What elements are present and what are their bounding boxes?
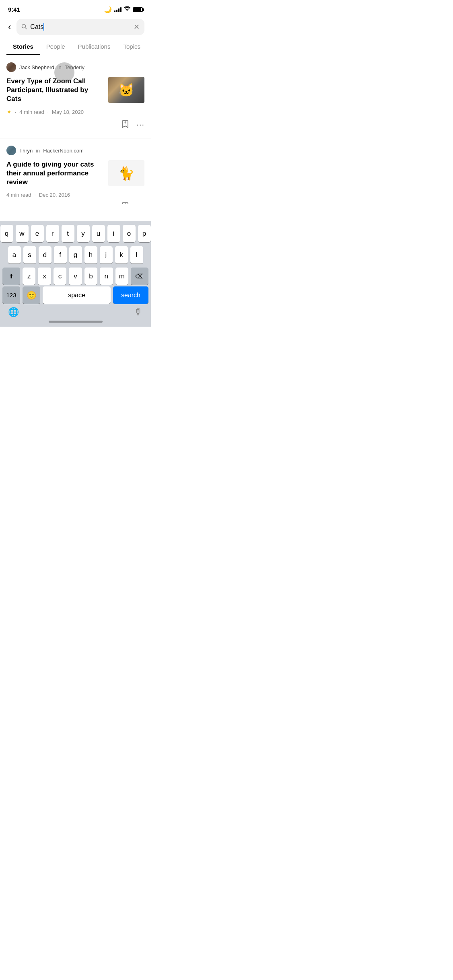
signal-bar-3 bbox=[118, 8, 119, 12]
tab-stories[interactable]: Stories bbox=[6, 38, 40, 55]
clear-button[interactable]: ✕ bbox=[134, 23, 140, 31]
article-date: Dec 20, 2016 bbox=[39, 192, 70, 198]
more-button[interactable]: ··· bbox=[136, 120, 144, 131]
signal-bar-1 bbox=[114, 10, 115, 12]
read-time: 4 min read bbox=[19, 109, 44, 115]
keyboard-row-1: q w e r t y u i o p bbox=[2, 225, 148, 242]
article-thumbnail bbox=[108, 160, 144, 186]
article-title: A guide to giving your cats their annual… bbox=[6, 160, 103, 187]
keyboard-rows: q w e r t y u i o p a s d f g h j k l ⬆ … bbox=[0, 221, 151, 286]
avatar bbox=[6, 62, 16, 72]
key-h[interactable]: h bbox=[84, 246, 97, 264]
keyboard-bottom-row: 123 🙂 space search bbox=[0, 286, 151, 305]
author-row: Thryn in HackerNoon.com bbox=[6, 146, 144, 155]
article-text: A guide to giving your cats their annual… bbox=[6, 160, 103, 198]
numbers-button[interactable]: 123 bbox=[2, 286, 20, 304]
shift-button[interactable]: ⬆ bbox=[2, 268, 20, 285]
article-meta-row: 4 min read · Dec 20, 2016 bbox=[6, 192, 103, 198]
key-z[interactable]: z bbox=[23, 268, 35, 285]
star-icon: ✦ bbox=[6, 108, 12, 116]
tab-publications[interactable]: Publications bbox=[72, 38, 117, 55]
key-m[interactable]: m bbox=[115, 268, 128, 285]
key-p[interactable]: p bbox=[138, 225, 151, 242]
status-bar: 9:41 🌙 bbox=[0, 0, 151, 16]
key-v[interactable]: v bbox=[69, 268, 82, 285]
key-a[interactable]: a bbox=[8, 246, 21, 264]
status-time: 9:41 bbox=[8, 6, 20, 13]
key-k[interactable]: k bbox=[115, 246, 128, 264]
in-text: in bbox=[36, 148, 40, 154]
delete-button[interactable]: ⌫ bbox=[131, 268, 148, 285]
meta-dot: · bbox=[15, 109, 16, 115]
back-button[interactable]: ‹ bbox=[6, 20, 12, 34]
tabs-row: Stories People Publications Topics Lists bbox=[0, 38, 151, 55]
key-i[interactable]: i bbox=[107, 225, 120, 242]
article-content-row: A guide to giving your cats their annual… bbox=[6, 160, 144, 198]
meta-dot-2: · bbox=[47, 109, 49, 115]
key-g[interactable]: g bbox=[69, 246, 82, 264]
emoji-button[interactable]: 🙂 bbox=[23, 286, 40, 304]
globe-button[interactable]: 🌐 bbox=[8, 307, 19, 317]
keyboard-row-3: ⬆ z x c v b n m ⌫ bbox=[2, 268, 148, 285]
home-indicator bbox=[49, 321, 103, 323]
key-c[interactable]: c bbox=[54, 268, 66, 285]
articles-list: Jack Shepherd in Tenderly Every Type of … bbox=[0, 55, 151, 204]
meta-dot: · bbox=[34, 192, 35, 198]
key-f[interactable]: f bbox=[54, 246, 67, 264]
article-title: Every Type of Zoom Call Participant, Ill… bbox=[6, 77, 103, 103]
article-item[interactable]: Thryn in HackerNoon.com A guide to givin… bbox=[0, 138, 151, 204]
signal-bars bbox=[114, 7, 121, 12]
article-item[interactable]: Jack Shepherd in Tenderly Every Type of … bbox=[0, 55, 151, 138]
tab-people[interactable]: People bbox=[40, 38, 72, 55]
author-name: Thryn bbox=[19, 148, 33, 154]
search-button[interactable]: search bbox=[113, 286, 148, 304]
key-l[interactable]: l bbox=[130, 246, 143, 264]
search-icon bbox=[21, 24, 27, 31]
publication-name: HackerNoon.com bbox=[43, 148, 83, 154]
key-q[interactable]: q bbox=[0, 225, 13, 242]
key-x[interactable]: x bbox=[38, 268, 51, 285]
signal-bar-4 bbox=[120, 7, 121, 12]
key-j[interactable]: j bbox=[100, 246, 113, 264]
mic-button[interactable]: 🎙 bbox=[134, 307, 143, 317]
bookmark-button[interactable] bbox=[121, 202, 129, 204]
author-name: Jack Shepherd bbox=[19, 64, 54, 70]
article-text: Every Type of Zoom Call Participant, Ill… bbox=[6, 77, 103, 116]
key-n[interactable]: n bbox=[100, 268, 113, 285]
search-input[interactable]: Cats bbox=[30, 23, 130, 31]
key-y[interactable]: y bbox=[77, 225, 90, 242]
bookmark-button[interactable] bbox=[121, 120, 129, 131]
keyboard: q w e r t y u i o p a s d f g h j k l ⬆ … bbox=[0, 221, 151, 327]
in-text: in bbox=[58, 64, 62, 70]
key-d[interactable]: d bbox=[39, 246, 51, 264]
signal-bar-2 bbox=[116, 10, 117, 12]
search-bar: ‹ Cats ✕ bbox=[0, 16, 151, 38]
key-t[interactable]: t bbox=[62, 225, 74, 242]
moon-icon: 🌙 bbox=[104, 6, 112, 13]
battery-icon bbox=[133, 7, 143, 12]
tab-lists[interactable]: Lists bbox=[147, 38, 151, 55]
key-b[interactable]: b bbox=[84, 268, 97, 285]
key-u[interactable]: u bbox=[92, 225, 105, 242]
article-date: May 18, 2020 bbox=[52, 109, 84, 115]
home-indicator-bar bbox=[0, 317, 151, 327]
author-row: Jack Shepherd in Tenderly bbox=[6, 62, 144, 72]
key-o[interactable]: o bbox=[123, 225, 136, 242]
article-content-row: Every Type of Zoom Call Participant, Ill… bbox=[6, 77, 144, 116]
key-s[interactable]: s bbox=[23, 246, 36, 264]
tab-topics[interactable]: Topics bbox=[117, 38, 147, 55]
svg-line-1 bbox=[25, 27, 27, 29]
article-meta-row: ✦ · 4 min read · May 18, 2020 bbox=[6, 108, 103, 116]
article-thumbnail bbox=[108, 77, 144, 103]
globe-row: 🌐 🎙 bbox=[0, 305, 151, 317]
key-e[interactable]: e bbox=[31, 225, 44, 242]
more-button[interactable]: ··· bbox=[136, 202, 144, 204]
keyboard-row-2: a s d f g h j k l bbox=[2, 246, 148, 264]
wifi-icon bbox=[124, 6, 130, 12]
avatar bbox=[6, 146, 16, 155]
search-input-wrap[interactable]: Cats ✕ bbox=[16, 19, 144, 35]
space-button[interactable]: space bbox=[43, 286, 111, 304]
read-time: 4 min read bbox=[6, 192, 31, 198]
key-r[interactable]: r bbox=[46, 225, 59, 242]
key-w[interactable]: w bbox=[16, 225, 29, 242]
